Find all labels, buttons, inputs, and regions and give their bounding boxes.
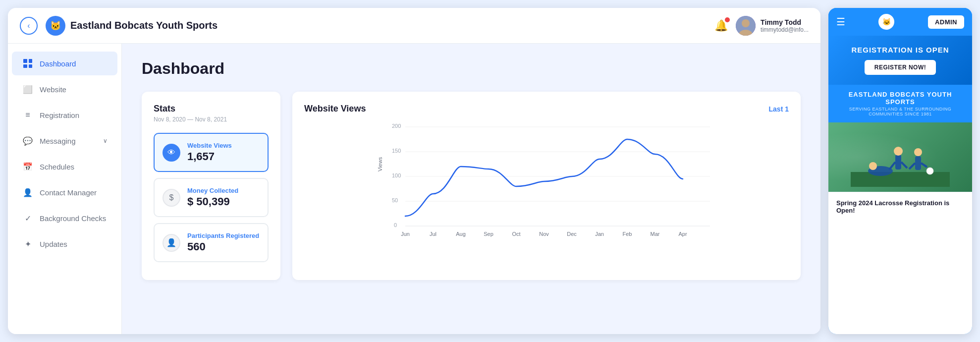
calendar-icon: 📅 [22, 161, 34, 172]
mobile-content: REGISTRATION IS OPEN REGISTER NOW! EASTL… [828, 36, 972, 334]
chart-area: 200 150 100 50 0 Views [304, 122, 789, 261]
org-banner: EASTLAND BOBCATS YOUTH SPORTS SERVING EA… [828, 85, 972, 122]
sidebar-item-contact-manager[interactable]: 👤 Contact Manager [12, 180, 117, 204]
chart-filter-button[interactable]: Last 1 [769, 105, 789, 113]
news-card[interactable]: Spring 2024 Lacrosse Registration is Ope… [828, 192, 972, 221]
news-card-title: Spring 2024 Lacrosse Registration is Ope… [836, 199, 964, 214]
svg-rect-32 [915, 156, 921, 170]
mobile-header: ☰ 🐱 ADMIN [828, 8, 972, 36]
svg-point-36 [926, 168, 933, 174]
stat-info-money-collected: Money Collected $ 50,399 [187, 187, 238, 208]
chart-title: Website Views [304, 104, 366, 114]
chart-panel: Website Views Last 1 200 150 100 50 0 [292, 92, 801, 280]
stat-value-participants: 560 [187, 240, 259, 253]
app-layout: ‹ 🐱 Eastland Bobcats Youth Sports 🔔 [8, 8, 972, 334]
sidebar-item-schedules[interactable]: 📅 Schedules [12, 155, 117, 178]
svg-rect-25 [851, 172, 950, 187]
main-content: Dashboard Stats Nov 8, 2020 — Nov 8, 202… [122, 44, 820, 334]
user-menu[interactable]: Timmy Todd timmytodd@info... [736, 16, 809, 36]
sports-figures-svg [851, 127, 950, 187]
person-icon: 👤 [22, 186, 34, 198]
svg-text:Views: Views [377, 157, 383, 171]
admin-button[interactable]: ADMIN [928, 15, 964, 29]
app-header: ‹ 🐱 Eastland Bobcats Youth Sports 🔔 [8, 8, 820, 44]
svg-text:100: 100 [392, 172, 401, 178]
svg-rect-28 [895, 155, 901, 170]
chat-icon: 💬 [22, 135, 34, 147]
avatar [736, 16, 756, 36]
svg-text:Feb: Feb [623, 231, 632, 237]
org-logo-icon: 🐱 [46, 16, 65, 36]
stat-value-website-views: 1,657 [187, 150, 232, 163]
nav-label-background-checks: Background Checks [40, 214, 106, 223]
stats-title: Stats [154, 104, 269, 114]
sidebar-item-updates[interactable]: ✦ Updates [12, 232, 117, 256]
website-views-chart: 200 150 100 50 0 Views [304, 122, 789, 251]
list-icon: ≡ [22, 109, 34, 121]
stat-info-website-views: Website Views 1,657 [187, 142, 232, 163]
chart-header: Website Views Last 1 [304, 104, 789, 114]
stat-value-money-collected: $ 50,399 [187, 195, 238, 208]
stat-label-website-views: Website Views [187, 142, 232, 149]
svg-text:Nov: Nov [539, 231, 549, 237]
notification-badge [725, 17, 730, 22]
dollar-icon: $ [163, 189, 180, 207]
sidebar-item-messaging[interactable]: 💬 Messaging ∨ [12, 129, 117, 153]
sidebar-item-background-checks[interactable]: ✓ Background Checks [12, 206, 117, 230]
participant-icon: 👤 [163, 234, 180, 252]
logo-area: 🐱 Eastland Bobcats Youth Sports [46, 16, 707, 36]
nav-label-website: Website [40, 85, 66, 94]
svg-line-35 [921, 163, 927, 167]
user-name: Timmy Todd [761, 18, 809, 26]
page-title: Dashboard [142, 59, 801, 78]
svg-text:200: 200 [392, 123, 401, 129]
svg-point-1 [742, 19, 750, 27]
svg-text:Aug: Aug [456, 231, 466, 237]
nav-label-schedules: Schedules [40, 163, 74, 171]
check-icon: ✓ [22, 212, 34, 224]
svg-text:150: 150 [392, 148, 401, 154]
stat-label-money-collected: Money Collected [187, 187, 238, 194]
nav-label-dashboard: Dashboard [40, 59, 76, 68]
svg-text:Sep: Sep [484, 231, 493, 237]
notifications-button[interactable]: 🔔 [714, 19, 728, 32]
stat-label-participants: Participants Registered [187, 232, 259, 239]
svg-text:Mar: Mar [651, 231, 660, 237]
svg-text:Oct: Oct [512, 231, 520, 237]
svg-text:Jan: Jan [595, 231, 604, 237]
svg-text:Dec: Dec [567, 231, 577, 237]
dashboard-grid: Stats Nov 8, 2020 — Nov 8, 2021 👁 Websit… [142, 92, 801, 280]
back-button[interactable]: ‹ [20, 17, 38, 35]
svg-point-29 [894, 147, 903, 156]
app-panel: ‹ 🐱 Eastland Bobcats Youth Sports 🔔 [8, 8, 820, 334]
svg-text:0: 0 [394, 222, 397, 228]
hamburger-icon[interactable]: ☰ [836, 16, 845, 28]
mobile-preview-panel: ☰ 🐱 ADMIN REGISTRATION IS OPEN REGISTER … [828, 8, 972, 334]
svg-text:50: 50 [392, 197, 398, 203]
sidebar-item-website[interactable]: ⬜ Website [12, 77, 117, 101]
svg-point-33 [914, 148, 922, 156]
org-name: Eastland Bobcats Youth Sports [70, 20, 218, 31]
stat-info-participants: Participants Registered 560 [187, 232, 259, 253]
stat-card-website-views[interactable]: 👁 Website Views 1,657 [154, 133, 269, 172]
svg-text:Jun: Jun [401, 231, 410, 237]
sports-image [828, 122, 972, 192]
stat-card-participants[interactable]: 👤 Participants Registered 560 [154, 223, 269, 262]
svg-line-34 [909, 163, 915, 169]
sidebar-item-dashboard[interactable]: Dashboard [12, 52, 117, 75]
grid-icon [22, 57, 34, 69]
app-body: Dashboard ⬜ Website ≡ Registration 💬 Mes… [8, 44, 820, 334]
star-icon: ✦ [22, 238, 34, 250]
globe-icon: ⬜ [22, 83, 34, 95]
stat-card-money-collected[interactable]: $ Money Collected $ 50,399 [154, 178, 269, 217]
stats-header: Stats Nov 8, 2020 — Nov 8, 2021 [154, 104, 269, 123]
sidebar-item-registration[interactable]: ≡ Registration [12, 103, 117, 127]
header-right: 🔔 Timmy Todd timmytodd@info... [714, 16, 809, 36]
eye-icon: 👁 [163, 144, 180, 162]
register-now-button[interactable]: REGISTER NOW! [865, 60, 936, 75]
svg-line-30 [889, 162, 895, 170]
chevron-down-icon: ∨ [103, 137, 108, 144]
nav-label-messaging: Messaging [40, 137, 76, 145]
svg-line-31 [901, 162, 907, 168]
sidebar: Dashboard ⬜ Website ≡ Registration 💬 Mes… [8, 44, 122, 334]
